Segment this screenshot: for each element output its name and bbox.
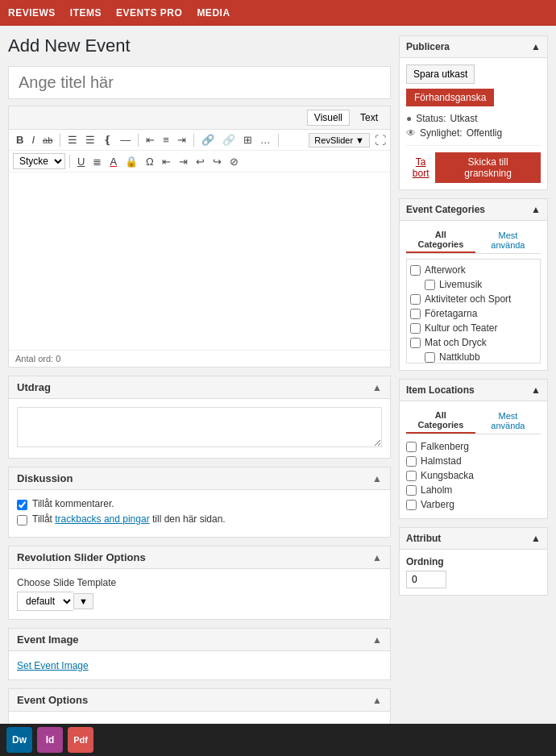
blockquote-btn[interactable]: ❴ <box>100 132 115 147</box>
cat-checkbox-mat[interactable] <box>410 338 421 348</box>
excerpt-textarea[interactable] <box>17 407 382 447</box>
cat-checkbox-foretagarna[interactable] <box>410 309 421 319</box>
font-color-btn[interactable]: A <box>106 154 120 169</box>
discussion-title: Diskussion <box>17 472 73 484</box>
align-center-btn[interactable]: ≡ <box>160 132 172 147</box>
loc-label-laholm: Laholm <box>421 484 452 496</box>
cat-item: Nattklubb <box>410 350 537 363</box>
hr-btn[interactable]: — <box>117 132 134 147</box>
rev-label: Choose Slide Template <box>17 577 382 588</box>
cat-tab-all[interactable]: All Categories <box>406 227 475 253</box>
delete-btn[interactable]: Ta bort <box>406 156 435 179</box>
sep1 <box>60 134 60 147</box>
title-input[interactable] <box>8 66 391 99</box>
lock-btn[interactable]: 🔒 <box>122 154 141 169</box>
allow-comments-checkbox[interactable] <box>17 500 27 510</box>
cat-checkbox-aktiviteter[interactable] <box>410 294 421 305</box>
dw-icon[interactable]: Dw <box>6 727 32 753</box>
event-image-title: Event Image <box>17 633 79 646</box>
nav-reviews[interactable]: REVIEWS <box>8 7 56 19</box>
excerpt-header[interactable]: Utdrag ▲ <box>9 376 390 399</box>
nav-items[interactable]: ITEMS <box>70 7 102 19</box>
revolution-slider-header[interactable]: Revolution Slider Options ▲ <box>9 546 390 569</box>
strikethrough-btn[interactable]: ab <box>39 134 56 147</box>
underline-btn[interactable]: U <box>74 154 88 169</box>
loc-tab-all[interactable]: All Categories <box>406 408 475 434</box>
indent-decrease-btn[interactable]: ⇤ <box>159 154 174 169</box>
item-loc-list[interactable]: Falkenberg Halmstad Kungsbacka Laholm <box>406 439 541 512</box>
align-justify-btn[interactable]: ≣ <box>89 154 105 169</box>
rev-select[interactable]: default <box>17 592 73 611</box>
nav-events-pro[interactable]: EVENTS PRO <box>116 7 182 19</box>
trackbacks-link[interactable]: trackbacks and pingar <box>55 513 149 525</box>
submit-btn[interactable]: Skicka till granskning <box>435 152 541 183</box>
tab-visuell[interactable]: Visuell <box>307 110 350 126</box>
item-locations-chevron: ▲ <box>531 384 541 396</box>
loc-label-kungsbacka: Kungsbacka <box>421 470 474 481</box>
cat-tab-most[interactable]: Mest använda <box>475 227 541 253</box>
redo-btn[interactable]: ↪ <box>210 154 225 169</box>
allow-comments-text: Tillåt kommentarer. <box>32 498 114 509</box>
publish-header[interactable]: Publicera ▲ <box>400 36 547 58</box>
cat-checkbox-kultur[interactable] <box>410 323 421 334</box>
cat-item: Mat och Dryck <box>410 335 537 350</box>
publish-panel: Publicera ▲ Spara utkast Förhandsganska … <box>399 35 548 190</box>
revslider-btn[interactable]: RevSlider ▼ <box>309 133 370 147</box>
clear-btn[interactable]: ⊘ <box>226 154 242 169</box>
bold-btn[interactable]: B <box>13 132 27 147</box>
loc-tab-most[interactable]: Mest använda <box>475 408 541 434</box>
loc-checkbox-laholm[interactable] <box>406 485 417 496</box>
pub-divider <box>406 145 541 146</box>
italic-btn[interactable]: I <box>28 132 38 147</box>
table-btn[interactable]: ⊞ <box>240 132 255 147</box>
expand-btn[interactable]: ⛶ <box>375 134 386 147</box>
nav-media[interactable]: MEDIA <box>197 7 230 19</box>
preview-btn[interactable]: Förhandsganska <box>406 89 494 106</box>
ordning-input[interactable] <box>406 571 446 588</box>
link-btn[interactable]: 🔗 <box>198 132 218 147</box>
cat-checkbox-afterwork[interactable] <box>410 265 421 276</box>
id-icon[interactable]: Id <box>37 727 63 753</box>
loc-checkbox-falkenberg[interactable] <box>406 442 417 452</box>
format-select[interactable]: Stycke <box>13 153 65 169</box>
item-locations-header[interactable]: Item Locations ▲ <box>400 380 547 401</box>
excerpt-title: Utdrag <box>17 381 51 393</box>
pdf-icon[interactable]: Pdf <box>68 727 93 753</box>
event-cat-list[interactable]: Afterwork Livemusik Aktiviteter och Spor… <box>406 259 541 363</box>
status-value: Utkast <box>450 113 478 124</box>
event-options-header[interactable]: Event Options ▲ <box>9 689 390 712</box>
allow-trackbacks-checkbox[interactable] <box>17 515 27 525</box>
undo-btn[interactable]: ↩ <box>193 154 208 169</box>
ol-btn[interactable]: ☰ <box>82 132 98 147</box>
cat-checkbox-nattklubb[interactable] <box>425 352 435 363</box>
loc-checkbox-halmstad[interactable] <box>406 456 417 467</box>
attribut-header[interactable]: Attribut ▲ <box>400 528 547 550</box>
rev-dropdown-btn[interactable]: ▼ <box>73 593 93 609</box>
loc-item: Halmstad <box>406 454 541 468</box>
editor-content[interactable] <box>9 172 390 350</box>
align-left-btn[interactable]: ⇤ <box>143 132 158 147</box>
more-btn[interactable]: … <box>257 132 274 147</box>
event-image-header[interactable]: Event Image ▲ <box>9 629 390 651</box>
pub-action-row: Ta bort Skicka till granskning <box>406 152 541 183</box>
tab-text[interactable]: Text <box>353 110 385 126</box>
sep4 <box>278 134 279 147</box>
allow-comments-label[interactable]: Tillåt kommentarer. <box>17 498 382 510</box>
set-event-image-link[interactable]: Set Event Image <box>17 660 89 671</box>
loc-checkbox-kungsbacka[interactable] <box>406 471 417 481</box>
special-char-btn[interactable]: Ω <box>143 154 157 169</box>
item-locations-body: All Categories Mest använda Falkenberg H… <box>400 401 547 518</box>
discussion-header[interactable]: Diskussion ▲ <box>9 467 390 490</box>
align-right-btn[interactable]: ⇥ <box>174 132 189 147</box>
event-categories-header[interactable]: Event Categories ▲ <box>400 199 547 221</box>
visibility-label: Synlighet: <box>420 127 463 139</box>
unlink-btn[interactable]: 🔗 <box>219 132 239 147</box>
allow-trackbacks-label[interactable]: Tillåt trackbacks and pingar till den hä… <box>17 513 382 525</box>
cat-checkbox-livemusik[interactable] <box>425 280 435 290</box>
indent-increase-btn[interactable]: ⇥ <box>176 154 191 169</box>
left-col: Add New Event Visuell Text B I ab ☰ ☰ ❴ … <box>8 35 391 756</box>
loc-checkbox-varberg[interactable] <box>406 500 417 510</box>
word-count: Antal ord: 0 <box>9 350 390 367</box>
save-draft-btn[interactable]: Spara utkast <box>406 64 475 84</box>
ul-btn[interactable]: ☰ <box>64 132 81 147</box>
